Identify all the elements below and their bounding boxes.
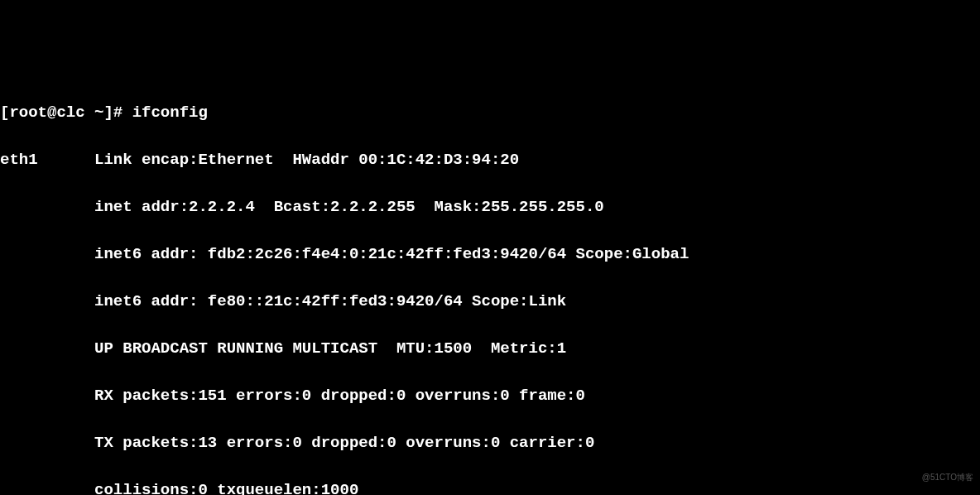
eth1-detail-1: inet addr:2.2.2.4 Bcast:2.2.2.255 Mask:2… [94,198,604,216]
prompt-line[interactable]: [root@clc ~]# ifconfig [0,101,980,125]
eth1-detail-2: inet6 addr: fdb2:2c26:f4e4:0:21c:42ff:fe… [94,245,689,263]
eth1-line-5: RX packets:151 errors:0 dropped:0 overru… [0,384,980,408]
eth1-detail-0: Link encap:Ethernet HWaddr 00:1C:42:D3:9… [94,151,519,169]
eth1-line-4: UP BROADCAST RUNNING MULTICAST MTU:1500 … [0,337,980,361]
eth1-detail-6: TX packets:13 errors:0 dropped:0 overrun… [94,434,594,452]
eth1-line-0: eth1 Link encap:Ethernet HWaddr 00:1C:42… [0,148,980,172]
eth1-line-7: collisions:0 txqueuelen:1000 [0,478,980,495]
eth1-line-6: TX packets:13 errors:0 dropped:0 overrun… [0,431,980,455]
interface-name-eth1: eth1 [0,151,38,169]
eth1-detail-7: collisions:0 txqueuelen:1000 [94,481,358,495]
eth1-line-3: inet6 addr: fe80::21c:42ff:fed3:9420/64 … [0,290,980,314]
eth1-detail-5: RX packets:151 errors:0 dropped:0 overru… [94,387,585,405]
eth1-line-1: inet addr:2.2.2.4 Bcast:2.2.2.255 Mask:2… [0,195,980,219]
watermark: @51CTO博客 [922,471,973,483]
eth1-line-2: inet6 addr: fdb2:2c26:f4e4:0:21c:42ff:fe… [0,243,980,267]
eth1-detail-4: UP BROADCAST RUNNING MULTICAST MTU:1500 … [94,339,566,358]
eth1-detail-3: inet6 addr: fe80::21c:42ff:fed3:9420/64 … [94,292,566,310]
